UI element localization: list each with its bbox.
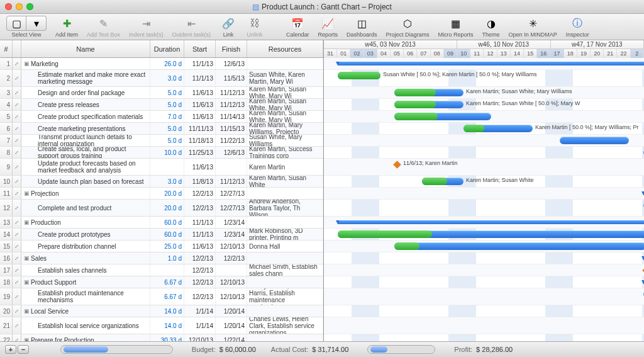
table-row[interactable]: 10⤢Update launch plan based on forecast3… [0,176,323,188]
col-index[interactable]: # [0,40,13,57]
toolbar-micro-button[interactable]: ▦Micro Reports [438,16,474,38]
gantt-row[interactable] [324,111,644,123]
row-toggle[interactable]: ⤢ [13,123,21,134]
summary-bar[interactable] [338,220,644,224]
task-bar[interactable] [422,178,464,185]
table-row[interactable]: 4⤢Create press releases5.0 d11/6/1311/12… [0,99,323,111]
row-toggle[interactable]: ⤢ [13,147,21,158]
table-row[interactable]: 7⤢Transmit product launch details to int… [0,135,323,147]
table-row[interactable]: 20⤢▣Local Service14.0 d1/1/141/20/14 [0,305,323,317]
table-row[interactable]: 21⤢Establish local service organizations… [0,317,323,334]
gantt-row[interactable] [324,288,644,305]
collapse-icon[interactable]: ▣ [24,190,30,196]
col-resources[interactable]: Resources [247,40,323,57]
col-start[interactable]: Start [184,40,216,57]
gantt-row[interactable] [324,58,644,70]
row-toggle[interactable]: ⤢ [13,288,21,305]
gantt-row[interactable] [324,188,644,200]
gantt-row[interactable]: Karen Martin; Susan White [324,176,644,188]
col-finish[interactable]: Finish [216,40,247,57]
row-toggle[interactable]: ⤢ [13,99,21,110]
summary-bar[interactable] [338,62,644,65]
gantt-row[interactable]: Karen Martin [ 50.0 %]; Mary Williams; P… [324,123,644,135]
collapse-icon[interactable]: ▣ [24,337,30,341]
gantt-row[interactable] [324,217,644,229]
row-toggle[interactable]: ⤢ [13,252,21,264]
row-toggle[interactable]: ⤢ [13,217,21,228]
view-next-button[interactable]: ▾ [26,16,47,31]
table-row[interactable]: 8⤢Create sales, local, and product suppo… [0,147,323,159]
gantt-row[interactable] [324,264,644,276]
minimize-icon[interactable] [16,3,23,10]
gantt-row[interactable] [324,276,644,288]
gantt-row[interactable]: Karen Martin; Susan White [ 50.0 %]; Mar… [324,99,644,111]
table-row[interactable]: 19⤢Establish product maintenance mechani… [0,288,323,305]
task-bar[interactable] [338,72,380,79]
zoom-icon[interactable] [26,3,33,10]
collapse-icon[interactable]: ▣ [24,219,30,225]
toolbar-reports-button[interactable]: 📈Reports [318,16,338,38]
row-toggle[interactable]: ⤢ [13,241,21,252]
table-row[interactable]: 15⤢Prepare distribution channel25.0 d11/… [0,241,323,252]
gantt-row[interactable] [324,200,644,217]
table-row[interactable]: 11⤢▣Projection20.0 d12/2/1312/27/13 [0,188,323,200]
row-toggle[interactable]: ⤢ [13,305,21,317]
table-row[interactable]: 18⤢▣Product Support6.67 d12/2/1312/10/13 [0,276,323,288]
table-row[interactable]: 3⤢Design and order final package5.0 d11/… [0,87,323,99]
toolbar-mindmap-button[interactable]: ✳Open In MINDMAP [509,16,557,38]
collapse-icon[interactable]: ▣ [24,308,30,314]
row-toggle[interactable]: ⤢ [13,111,21,122]
table-row[interactable]: 5⤢Create product specification materials… [0,111,323,123]
gantt-row[interactable]: Susan White [ 50.0 %]; Karen Martin [ 50… [324,70,644,87]
toolbar-dashboard-button[interactable]: ◫Dashboards [347,16,377,38]
gantt-row[interactable] [324,229,644,241]
collapse-icon[interactable]: ▣ [24,255,30,261]
row-toggle[interactable]: ⤢ [13,135,21,146]
table-row[interactable]: 17⤢Establish sales channels12/2/13Michae… [0,264,323,276]
table-row[interactable]: 12⤢Complete and test product20.0 d12/2/1… [0,200,323,217]
col-duration[interactable]: Duration [150,40,184,57]
toolbar-inspector-button[interactable]: ⓘInspector [566,16,589,38]
toolbar-plus-button[interactable]: ✚Add Item [55,16,78,38]
gantt-row[interactable]: 11/6/13; Karen Martin [324,159,644,176]
right-scrollbar[interactable] [367,345,435,354]
toolbar-calendar-button[interactable]: 📅Calendar [286,16,309,38]
gantt-row[interactable]: Karen Martin; Susan White; Mary Williams [324,87,644,99]
milestone-icon[interactable] [393,161,401,169]
task-bar[interactable] [338,230,644,238]
row-toggle[interactable]: ⤢ [13,87,21,98]
gantt-row[interactable] [324,252,644,264]
task-bar[interactable] [394,113,491,120]
gantt-row[interactable] [324,241,644,252]
zoom-in-button[interactable]: + [5,345,16,354]
table-row[interactable]: 9⤢Update product forecasts based on mark… [0,159,323,176]
view-prev-button[interactable]: ▢ [6,16,26,31]
col-name[interactable]: Name [21,40,150,57]
gantt-row[interactable] [324,317,644,334]
toolbar-diagram-button[interactable]: ⬡Project Diagrams [386,16,430,38]
close-icon[interactable] [5,3,12,10]
row-toggle[interactable]: ⤢ [13,264,21,276]
row-toggle[interactable]: ⤢ [13,334,21,341]
task-bar[interactable] [560,137,629,144]
toolbar-link-button[interactable]: 🔗Link [219,16,237,38]
task-bar[interactable] [394,89,464,96]
row-toggle[interactable]: ⤢ [13,58,21,69]
row-toggle[interactable]: ⤢ [13,317,21,334]
task-bar[interactable] [394,242,644,250]
gantt-row[interactable] [324,305,644,317]
table-row[interactable]: 1⤢▣Marketing26.0 d11/1/1312/6/13 [0,58,323,70]
zoom-out-button[interactable]: − [18,345,29,354]
table-row[interactable]: 16⤢▣Sales1.0 d12/2/1312/2/13 [0,252,323,264]
task-bar[interactable] [464,125,533,132]
row-toggle[interactable]: ⤢ [13,188,21,199]
collapse-icon[interactable]: ▣ [24,60,30,67]
table-row[interactable]: 22⤢▣Prepare for Production30.33 d12/10/1… [0,334,323,341]
row-toggle[interactable]: ⤢ [13,159,21,175]
row-toggle[interactable]: ⤢ [13,200,21,216]
gantt-row[interactable] [324,147,644,159]
table-row[interactable]: 6⤢Create marketing presentations5.0 d11/… [0,123,323,135]
row-toggle[interactable]: ⤢ [13,229,21,240]
row-toggle[interactable]: ⤢ [13,176,21,187]
row-toggle[interactable]: ⤢ [13,276,21,288]
